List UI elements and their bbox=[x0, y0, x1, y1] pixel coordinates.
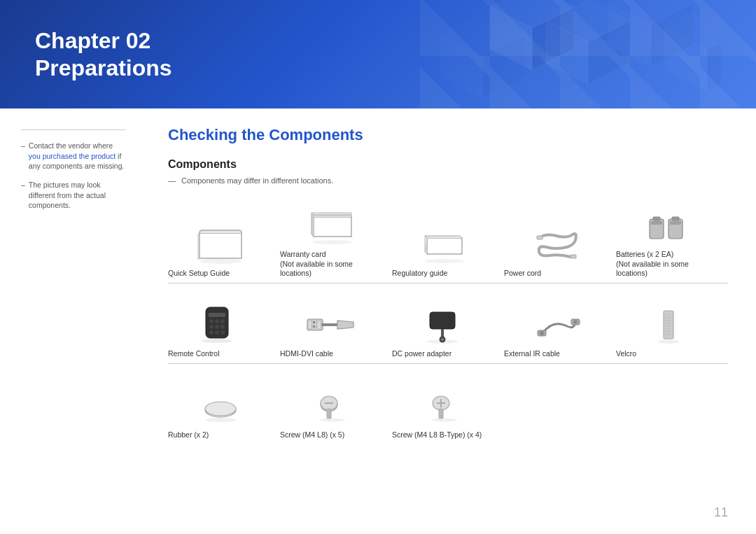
main-content: – Contact the vendor where you purchased… bbox=[0, 108, 756, 534]
quick-setup-label: Quick Setup Guide bbox=[168, 269, 230, 279]
section-title: Checking the Components bbox=[168, 126, 728, 144]
dash-1: – bbox=[21, 141, 25, 171]
svg-marker-14 bbox=[707, 28, 721, 91]
svg-point-79 bbox=[432, 419, 457, 422]
svg-point-52 bbox=[442, 339, 444, 341]
batteries-icon bbox=[616, 203, 721, 245]
svg-rect-18 bbox=[537, 236, 542, 239]
svg-point-69 bbox=[205, 402, 236, 416]
svg-marker-2 bbox=[532, 7, 574, 70]
svg-marker-11 bbox=[483, 35, 525, 98]
svg-marker-1 bbox=[490, 0, 574, 28]
svg-point-31 bbox=[220, 319, 225, 323]
chapter-label: Chapter 02 bbox=[35, 27, 172, 54]
component-dc-adapter: DC power adapter bbox=[392, 287, 504, 364]
ir-cable-icon bbox=[504, 302, 609, 344]
svg-point-33 bbox=[215, 325, 219, 329]
svg-point-36 bbox=[215, 330, 219, 335]
component-power-cord: Power cord bbox=[504, 197, 616, 283]
svg-point-57 bbox=[658, 339, 679, 344]
header-title-block: Chapter 02 Preparations bbox=[35, 27, 172, 81]
component-quick-setup: Quick Setup Guide bbox=[168, 197, 280, 283]
svg-rect-24 bbox=[672, 217, 679, 220]
svg-marker-9 bbox=[441, 35, 483, 98]
batteries-label: Batteries (x 2 EA)(Not available in some… bbox=[616, 250, 721, 279]
subtitle-note: Components may differ in different locat… bbox=[168, 176, 728, 185]
screw-m4l8b-label: Screw (M4 L8 B-Type) (x 4) bbox=[392, 430, 482, 440]
sidebar-divider bbox=[21, 129, 126, 130]
components-row-2: Remote Control bbox=[168, 287, 728, 364]
svg-marker-0 bbox=[490, 7, 532, 70]
screw-m4l8b-icon bbox=[392, 384, 497, 426]
svg-rect-28 bbox=[209, 313, 225, 317]
page-number: 11 bbox=[714, 505, 728, 520]
svg-point-70 bbox=[320, 419, 345, 422]
component-rubber: Rubber (x 2) bbox=[168, 367, 280, 444]
svg-marker-3 bbox=[546, 21, 588, 84]
svg-rect-19 bbox=[570, 255, 576, 258]
dc-adapter-label: DC power adapter bbox=[392, 349, 451, 359]
svg-marker-13 bbox=[665, 7, 721, 49]
svg-point-35 bbox=[209, 330, 214, 335]
component-hdmi-dvi: HDMI-DVI cable bbox=[280, 287, 392, 364]
regulatory-icon bbox=[392, 222, 497, 264]
header-decoration bbox=[406, 0, 721, 108]
svg-marker-8 bbox=[651, 3, 693, 66]
warranty-label: Warranty card(Not available in some loca… bbox=[280, 250, 385, 279]
component-ir-cable: External IR cable bbox=[504, 287, 616, 364]
svg-point-67 bbox=[205, 418, 236, 422]
dash-2: – bbox=[21, 180, 25, 211]
svg-marker-12 bbox=[665, 28, 707, 91]
subsection-title: Components bbox=[168, 158, 728, 171]
svg-rect-46 bbox=[317, 321, 321, 329]
svg-marker-5 bbox=[588, 21, 630, 84]
chapter-title: Preparations bbox=[35, 55, 172, 81]
dc-adapter-icon bbox=[392, 302, 497, 344]
hdmi-dvi-icon bbox=[280, 302, 385, 344]
quick-setup-icon bbox=[168, 222, 273, 264]
svg-rect-45 bbox=[308, 321, 312, 329]
screw-m4l8-icon bbox=[280, 384, 385, 426]
svg-rect-40 bbox=[313, 321, 315, 323]
rubber-icon bbox=[168, 384, 273, 426]
remote-icon bbox=[168, 302, 273, 344]
svg-point-37 bbox=[220, 330, 225, 335]
svg-point-30 bbox=[215, 319, 219, 323]
content-area: Checking the Components Components Compo… bbox=[140, 108, 756, 534]
svg-point-29 bbox=[209, 319, 214, 323]
svg-marker-4 bbox=[546, 0, 630, 42]
rubber-label: Rubber (x 2) bbox=[168, 430, 209, 440]
sidebar-note-2: – The pictures may look different from t… bbox=[21, 180, 126, 211]
component-velcro: Velcro bbox=[616, 287, 728, 364]
screw-m4l8-label: Screw (M4 L8) (x 5) bbox=[280, 430, 344, 440]
hdmi-dvi-label: HDMI-DVI cable bbox=[280, 349, 333, 359]
svg-rect-21 bbox=[653, 217, 660, 220]
components-row-1: Quick Setup Guide bbox=[168, 197, 728, 283]
svg-marker-7 bbox=[609, 0, 693, 24]
svg-rect-25 bbox=[670, 221, 681, 225]
svg-point-17 bbox=[425, 259, 464, 263]
component-remote: Remote Control bbox=[168, 287, 280, 364]
note-link-1: you purchased the product bbox=[29, 152, 115, 160]
sidebar: – Contact the vendor where you purchased… bbox=[0, 108, 140, 534]
components-row-3: Rubber (x 2) bbox=[168, 367, 728, 444]
svg-point-32 bbox=[209, 325, 214, 329]
remote-label: Remote Control bbox=[168, 349, 220, 359]
velcro-icon bbox=[616, 302, 721, 344]
warranty-icon bbox=[280, 203, 385, 245]
svg-marker-10 bbox=[441, 14, 525, 56]
power-cord-icon bbox=[504, 222, 609, 264]
note-text-1: Contact the vendor where you purchased t… bbox=[29, 141, 126, 171]
svg-point-26 bbox=[202, 339, 232, 343]
svg-point-15 bbox=[200, 258, 241, 264]
component-screw-m4l8b: Screw (M4 L8 B-Type) (x 4) bbox=[392, 367, 504, 444]
regulatory-label: Regulatory guide bbox=[392, 269, 447, 279]
svg-rect-43 bbox=[313, 325, 315, 328]
svg-point-56 bbox=[574, 321, 578, 324]
svg-rect-49 bbox=[430, 312, 455, 329]
component-screw-m4l8: Screw (M4 L8) (x 5) bbox=[280, 367, 392, 444]
component-regulatory: Regulatory guide bbox=[392, 197, 504, 283]
svg-point-54 bbox=[540, 331, 544, 335]
note-text-2: The pictures may look different from the… bbox=[29, 180, 126, 211]
component-batteries: Batteries (x 2 EA)(Not available in some… bbox=[616, 197, 728, 283]
